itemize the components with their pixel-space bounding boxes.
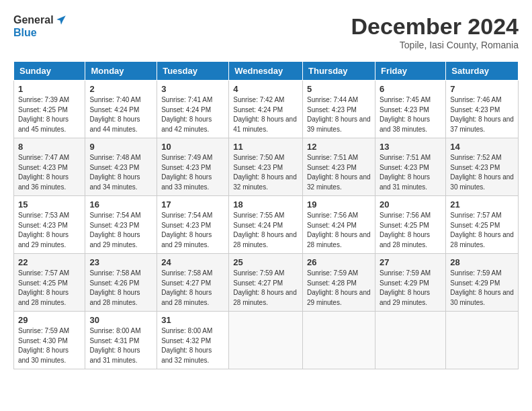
day-info: Sunrise: 7:56 AM Sunset: 4:24 PM Dayligh… xyxy=(307,211,371,250)
day-number: 8 xyxy=(18,142,81,152)
calendar-week-4: 22 Sunrise: 7:57 AM Sunset: 4:25 PM Dayl… xyxy=(14,254,519,312)
calendar-cell: 31 Sunrise: 8:00 AM Sunset: 4:32 PM Dayl… xyxy=(157,312,229,369)
day-info: Sunrise: 7:51 AM Sunset: 4:23 PM Dayligh… xyxy=(380,153,441,192)
day-number: 24 xyxy=(161,257,224,267)
day-info: Sunrise: 7:51 AM Sunset: 4:23 PM Dayligh… xyxy=(307,153,371,192)
calendar-cell xyxy=(303,312,375,369)
page-header: General Blue December 2024 Topile, Iasi … xyxy=(13,13,519,50)
calendar-cell: 1 Sunrise: 7:39 AM Sunset: 4:25 PM Dayli… xyxy=(14,81,85,138)
calendar-week-2: 8 Sunrise: 7:47 AM Sunset: 4:23 PM Dayli… xyxy=(14,138,519,196)
calendar-cell xyxy=(229,312,303,369)
day-info: Sunrise: 7:44 AM Sunset: 4:23 PM Dayligh… xyxy=(307,95,371,134)
calendar-cell: 11 Sunrise: 7:50 AM Sunset: 4:23 PM Dayl… xyxy=(229,138,303,196)
day-number: 2 xyxy=(89,84,152,94)
day-number: 10 xyxy=(161,142,224,152)
calendar-cell: 12 Sunrise: 7:51 AM Sunset: 4:23 PM Dayl… xyxy=(303,138,375,196)
day-info: Sunrise: 7:56 AM Sunset: 4:25 PM Dayligh… xyxy=(380,211,441,250)
calendar-cell xyxy=(446,312,519,369)
calendar-cell: 19 Sunrise: 7:56 AM Sunset: 4:24 PM Dayl… xyxy=(303,196,375,254)
day-number: 15 xyxy=(18,199,81,210)
day-number: 13 xyxy=(380,142,441,152)
day-number: 26 xyxy=(307,257,371,267)
weekday-header-friday: Friday xyxy=(375,62,445,81)
calendar-cell: 20 Sunrise: 7:56 AM Sunset: 4:25 PM Dayl… xyxy=(375,196,445,254)
day-info: Sunrise: 7:59 AM Sunset: 4:30 PM Dayligh… xyxy=(18,326,81,365)
calendar-cell: 22 Sunrise: 7:57 AM Sunset: 4:25 PM Dayl… xyxy=(14,254,85,312)
day-number: 31 xyxy=(161,315,224,325)
day-number: 28 xyxy=(450,257,514,267)
day-info: Sunrise: 7:52 AM Sunset: 4:23 PM Dayligh… xyxy=(450,153,514,192)
logo-bird-icon xyxy=(55,14,67,26)
logo-blue-text: Blue xyxy=(13,26,67,39)
day-info: Sunrise: 7:39 AM Sunset: 4:25 PM Dayligh… xyxy=(18,95,81,134)
day-info: Sunrise: 7:59 AM Sunset: 4:28 PM Dayligh… xyxy=(307,269,371,308)
weekday-header-tuesday: Tuesday xyxy=(157,62,229,81)
day-number: 14 xyxy=(450,142,514,152)
day-info: Sunrise: 7:58 AM Sunset: 4:27 PM Dayligh… xyxy=(161,269,224,308)
day-number: 27 xyxy=(380,257,441,267)
calendar-cell: 25 Sunrise: 7:59 AM Sunset: 4:27 PM Dayl… xyxy=(229,254,303,312)
day-info: Sunrise: 7:58 AM Sunset: 4:26 PM Dayligh… xyxy=(89,269,152,308)
calendar-cell: 18 Sunrise: 7:55 AM Sunset: 4:24 PM Dayl… xyxy=(229,196,303,254)
calendar-cell: 17 Sunrise: 7:54 AM Sunset: 4:23 PM Dayl… xyxy=(157,196,229,254)
calendar-cell: 3 Sunrise: 7:41 AM Sunset: 4:24 PM Dayli… xyxy=(157,81,229,138)
calendar-cell: 2 Sunrise: 7:40 AM Sunset: 4:24 PM Dayli… xyxy=(85,81,157,138)
day-number: 23 xyxy=(89,257,152,267)
day-info: Sunrise: 7:42 AM Sunset: 4:24 PM Dayligh… xyxy=(233,95,298,134)
calendar-cell: 5 Sunrise: 7:44 AM Sunset: 4:23 PM Dayli… xyxy=(303,81,375,138)
calendar-cell: 15 Sunrise: 7:53 AM Sunset: 4:23 PM Dayl… xyxy=(14,196,85,254)
day-number: 3 xyxy=(161,84,224,94)
day-number: 1 xyxy=(18,84,81,94)
day-number: 7 xyxy=(450,84,514,94)
day-number: 19 xyxy=(307,199,371,210)
calendar-cell: 23 Sunrise: 7:58 AM Sunset: 4:26 PM Dayl… xyxy=(85,254,157,312)
weekday-header-row: SundayMondayTuesdayWednesdayThursdayFrid… xyxy=(14,62,519,81)
day-number: 25 xyxy=(233,257,298,267)
weekday-header-saturday: Saturday xyxy=(446,62,519,81)
calendar-cell: 10 Sunrise: 7:49 AM Sunset: 4:23 PM Dayl… xyxy=(157,138,229,196)
day-info: Sunrise: 7:59 AM Sunset: 4:29 PM Dayligh… xyxy=(380,269,441,308)
calendar-cell: 26 Sunrise: 7:59 AM Sunset: 4:28 PM Dayl… xyxy=(303,254,375,312)
day-info: Sunrise: 7:50 AM Sunset: 4:23 PM Dayligh… xyxy=(233,153,298,192)
calendar-table: SundayMondayTuesdayWednesdayThursdayFrid… xyxy=(13,61,519,369)
weekday-header-monday: Monday xyxy=(85,62,157,81)
calendar-cell: 16 Sunrise: 7:54 AM Sunset: 4:23 PM Dayl… xyxy=(85,196,157,254)
calendar-week-1: 1 Sunrise: 7:39 AM Sunset: 4:25 PM Dayli… xyxy=(14,81,519,138)
day-number: 4 xyxy=(233,84,298,94)
day-number: 6 xyxy=(380,84,441,94)
day-info: Sunrise: 7:54 AM Sunset: 4:23 PM Dayligh… xyxy=(89,211,152,250)
day-number: 21 xyxy=(450,199,514,210)
calendar-cell: 14 Sunrise: 7:52 AM Sunset: 4:23 PM Dayl… xyxy=(446,138,519,196)
calendar-cell: 28 Sunrise: 7:59 AM Sunset: 4:29 PM Dayl… xyxy=(446,254,519,312)
logo-general-text: General xyxy=(13,13,54,26)
calendar-cell: 24 Sunrise: 7:58 AM Sunset: 4:27 PM Dayl… xyxy=(157,254,229,312)
weekday-header-thursday: Thursday xyxy=(303,62,375,81)
day-info: Sunrise: 7:55 AM Sunset: 4:24 PM Dayligh… xyxy=(233,211,298,250)
day-number: 20 xyxy=(380,199,441,210)
day-info: Sunrise: 7:59 AM Sunset: 4:29 PM Dayligh… xyxy=(450,269,514,308)
calendar-cell: 6 Sunrise: 7:45 AM Sunset: 4:23 PM Dayli… xyxy=(375,81,445,138)
calendar-cell: 13 Sunrise: 7:51 AM Sunset: 4:23 PM Dayl… xyxy=(375,138,445,196)
day-info: Sunrise: 7:45 AM Sunset: 4:23 PM Dayligh… xyxy=(380,95,441,134)
calendar-cell: 9 Sunrise: 7:48 AM Sunset: 4:23 PM Dayli… xyxy=(85,138,157,196)
day-number: 9 xyxy=(89,142,152,152)
weekday-header-sunday: Sunday xyxy=(14,62,85,81)
calendar-cell: 29 Sunrise: 7:59 AM Sunset: 4:30 PM Dayl… xyxy=(14,312,85,369)
calendar-cell: 21 Sunrise: 7:57 AM Sunset: 4:25 PM Dayl… xyxy=(446,196,519,254)
day-number: 17 xyxy=(161,199,224,210)
day-info: Sunrise: 7:54 AM Sunset: 4:23 PM Dayligh… xyxy=(161,211,224,250)
calendar-cell: 30 Sunrise: 8:00 AM Sunset: 4:31 PM Dayl… xyxy=(85,312,157,369)
day-number: 29 xyxy=(18,315,81,325)
day-info: Sunrise: 7:41 AM Sunset: 4:24 PM Dayligh… xyxy=(161,95,224,134)
day-info: Sunrise: 7:59 AM Sunset: 4:27 PM Dayligh… xyxy=(233,269,298,308)
day-info: Sunrise: 7:48 AM Sunset: 4:23 PM Dayligh… xyxy=(89,153,152,192)
title-section: December 2024 Topile, Iasi County, Roman… xyxy=(351,13,519,50)
day-info: Sunrise: 7:57 AM Sunset: 4:25 PM Dayligh… xyxy=(450,211,514,250)
day-number: 11 xyxy=(233,142,298,152)
day-info: Sunrise: 7:47 AM Sunset: 4:23 PM Dayligh… xyxy=(18,153,81,192)
calendar-cell: 27 Sunrise: 7:59 AM Sunset: 4:29 PM Dayl… xyxy=(375,254,445,312)
day-number: 5 xyxy=(307,84,371,94)
calendar-cell: 8 Sunrise: 7:47 AM Sunset: 4:23 PM Dayli… xyxy=(14,138,85,196)
day-number: 16 xyxy=(89,199,152,210)
location-text: Topile, Iasi County, Romania xyxy=(351,40,519,50)
